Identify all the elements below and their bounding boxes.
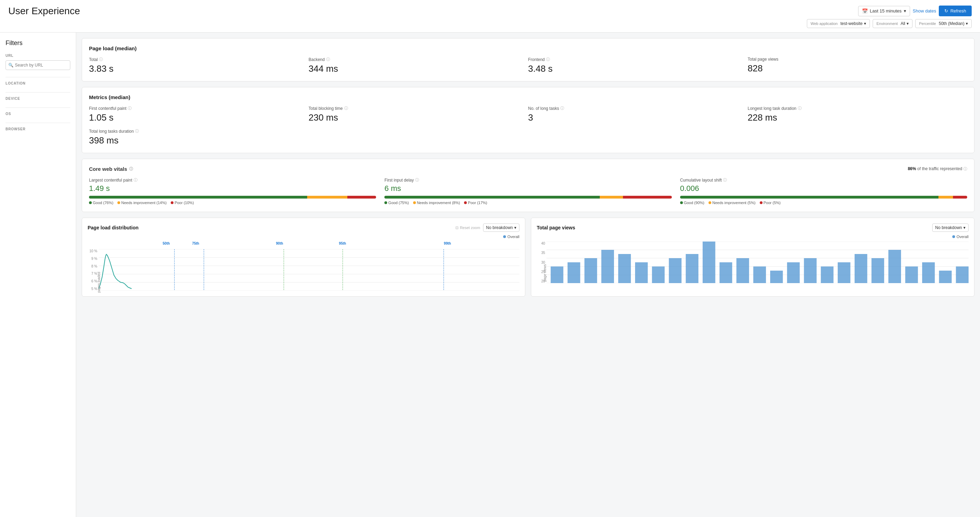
metric-fcp: First contentful paint ⓘ 1.05 s [89,106,309,123]
total-page-views-title: Total page views [537,225,575,230]
y-label-5: 5 % [88,287,97,291]
metric-fcp-value: 1.05 s [89,112,302,123]
fid-needs-legend: Needs improvement (8%) [413,201,460,205]
show-dates-link[interactable]: Show dates [913,8,936,13]
total-info-icon[interactable]: ⓘ [99,57,103,62]
metric-fcp-name: First contentful paint ⓘ [89,106,302,111]
os-divider [6,107,70,108]
svg-rect-29 [753,266,766,283]
cwv-cls-value: 0.006 [680,184,967,193]
metric-backend: Backend ⓘ 344 ms [309,57,528,74]
charts-row: Page load distribution ⊡ Reset zoom No b… [82,218,974,297]
metric-frontend-value: 3.48 s [528,64,741,74]
metric-total-long-tasks-name: Total long tasks duration ⓘ [89,129,960,134]
page-load-dist-legend: Overall [88,235,519,239]
tpv-y-30: 30 [537,260,545,264]
tbt-info-icon[interactable]: ⓘ [344,106,348,111]
cls-info-icon[interactable]: ⓘ [723,177,727,183]
total-long-tasks-info-icon[interactable]: ⓘ [135,129,139,134]
percentile-spacer [88,242,519,249]
device-divider [6,92,70,93]
cwv-lcp-value: 1.49 s [89,184,376,193]
svg-rect-36 [872,258,885,283]
fid-poor-legend: Poor (17%) [464,201,487,205]
refresh-label: Refresh [950,8,966,13]
lcp-poor-bar [347,196,376,199]
backend-info-icon[interactable]: ⓘ [326,57,330,62]
app-container: User Experience 📅 Last 15 minutes ▾ Show… [0,0,980,517]
fid-legend: Good (75%) Needs improvement (8%) Poor (… [384,201,671,205]
percentile-value: 50th (Median) [939,21,964,26]
metric-total-long-tasks: Total long tasks duration ⓘ 398 ms [89,129,967,146]
longest-task-info-icon[interactable]: ⓘ [798,106,802,111]
os-filter-label: OS [6,112,70,116]
metric-page-views-name: Total page views [748,57,960,62]
env-chevron-icon: ▾ [907,21,908,26]
traffic-label: of the traffic represented [917,166,963,171]
tpv-y-40: 40 [537,241,545,245]
metric-tbt-name: Total blocking time ⓘ [309,106,521,111]
header-top-row: 📅 Last 15 minutes ▾ Show dates ↻ Refresh [858,6,972,16]
browser-filter-section: BROWSER [6,127,70,131]
url-filter-label: URL [6,54,70,57]
metric-page-views-value: 828 [748,63,960,74]
page-load-dist-card: Page load distribution ⊡ Reset zoom No b… [82,218,525,297]
traffic-info-icon[interactable]: ⓘ [963,167,967,171]
lcp-good-bar [89,196,307,199]
location-divider [6,77,70,77]
frontend-info-icon[interactable]: ⓘ [546,57,550,62]
cwv-grid: Largest contentful paint ⓘ 1.49 s Good (… [89,177,967,205]
p90-label: 90th [276,241,283,245]
total-page-views-chart-area: 40 35 30 25 20 [537,241,969,283]
reset-zoom-icon: ⊡ [455,226,458,230]
tpv-svg-container: page views [546,241,969,283]
metric-backend-name: Backend ⓘ [309,57,521,62]
environment-filter[interactable]: Environment All ▾ [873,19,913,28]
cwv-cls-name: Cumulative layout shift ⓘ [680,177,967,183]
page-load-breakdown-select[interactable]: No breakdown ▾ [483,223,519,232]
breakdown-chevron-icon: ▾ [514,225,516,230]
metric-total-name: Total ⓘ [89,57,302,62]
percentile-filter[interactable]: Percentile 50th (Median) ▾ [915,19,972,28]
web-application-filter[interactable]: Web application test-website ▾ [807,19,870,28]
cwv-info-icon[interactable]: ⓘ [129,166,133,172]
refresh-button[interactable]: ↻ Refresh [939,6,972,16]
search-icon: 🔍 [8,63,13,67]
reset-zoom-btn[interactable]: ⊡ Reset zoom [455,226,480,230]
metric-total: Total ⓘ 3.83 s [89,57,309,74]
traffic-note: 86% of the traffic represented ⓘ [908,166,967,172]
page-load-dist-title: Page load distribution [88,225,138,230]
web-application-value: test-website [840,21,862,26]
metric-frontend: Frontend ⓘ 3.48 s [528,57,748,74]
browser-filter-label: BROWSER [6,127,70,131]
url-search-input[interactable] [6,60,70,70]
fid-info-icon[interactable]: ⓘ [415,177,419,183]
sidebar: Filters URL 🔍 LOCATION DEVICE OS [0,33,76,517]
long-tasks-info-icon[interactable]: ⓘ [560,106,564,111]
svg-rect-27 [719,262,732,283]
calendar-icon: 📅 [862,8,868,14]
svg-rect-37 [888,250,901,283]
total-page-views-breakdown-select[interactable]: No breakdown ▾ [932,223,969,232]
time-selector[interactable]: 📅 Last 15 minutes ▾ [858,6,910,16]
page-title: User Experience [8,6,80,17]
fcp-info-icon[interactable]: ⓘ [128,106,132,111]
cwv-fid-name: First input delay ⓘ [384,177,671,183]
time-label: Last 15 minutes [870,8,902,13]
lcp-info-icon[interactable]: ⓘ [134,177,137,183]
metric-long-tasks-name: No. of long tasks ⓘ [528,106,741,111]
device-filter-label: DEVICE [6,97,70,101]
page-load-dist-svg-container: pages loaded [99,249,519,291]
metric-longest-task-name: Longest long task duration ⓘ [748,106,960,111]
chevron-down-icon: ▾ [904,8,906,13]
p99-label: 99th [444,241,451,245]
cls-needs-legend: Needs improvement (5%) [708,201,756,205]
environment-label: Environment [877,21,898,26]
svg-rect-40 [939,271,952,283]
metrics-median-title: Metrics (median) [89,94,967,100]
metric-backend-value: 344 ms [309,64,521,74]
cwv-header: Core web vitals ⓘ 86% of the traffic rep… [89,166,967,172]
svg-rect-24 [669,258,682,283]
cwv-cls: Cumulative layout shift ⓘ 0.006 Good (90… [680,177,967,205]
page-load-overall-legend: Overall [503,235,519,239]
